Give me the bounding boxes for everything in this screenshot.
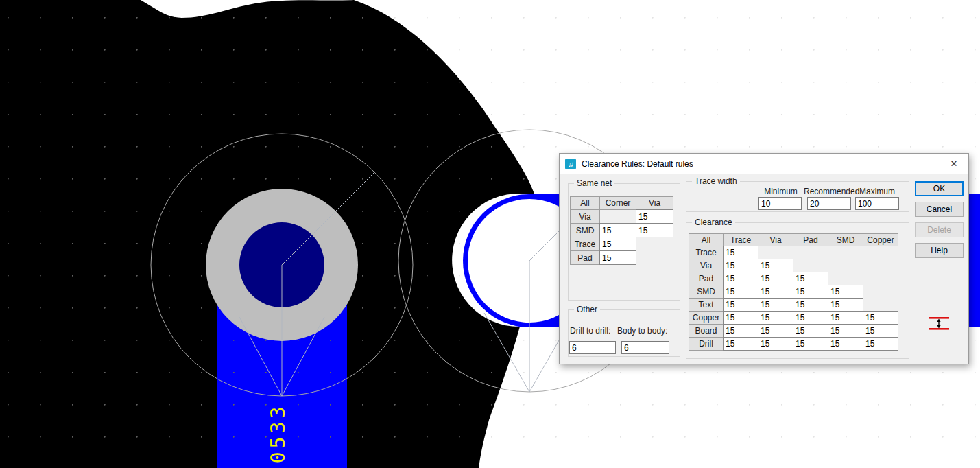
clearance-cell-copper-trace[interactable]: 15 [723, 311, 758, 325]
clearance-grid: AllTraceViaPadSMDCopperTrace15Via1515Pad… [689, 233, 898, 351]
dialog-title: Clearance Rules: Default rules [582, 159, 693, 169]
clearance-row-smd[interactable]: SMD [689, 285, 724, 299]
dialog-titlebar[interactable]: ♫ Clearance Rules: Default rules ✕ [560, 154, 968, 174]
clearance-rules-dialog: ♫ Clearance Rules: Default rules ✕ Same … [559, 153, 969, 364]
trace-width-minimum-input[interactable] [758, 197, 802, 210]
clearance-indicator-icon [928, 316, 950, 331]
close-icon[interactable]: ✕ [945, 156, 963, 172]
clearance-empty-cell [758, 246, 793, 259]
same-net-cell-via-via[interactable]: 15 [636, 209, 673, 224]
clearance-row-pad[interactable]: Pad [689, 272, 724, 285]
clearance-cell-drill-via[interactable]: 15 [758, 337, 793, 351]
same-net-header-via[interactable]: Via [636, 196, 673, 210]
same-net-group-label: Same net [574, 178, 614, 188]
app-icon: ♫ [565, 159, 576, 169]
clearance-cell-text-trace[interactable]: 15 [723, 298, 758, 312]
clearance-cell-drill-trace[interactable]: 15 [723, 337, 758, 351]
clearance-cell-copper-copper[interactable]: 15 [863, 311, 898, 325]
clearance-cell-board-via[interactable]: 15 [758, 324, 793, 338]
silkscreen-designator: 00533 [267, 403, 289, 468]
clearance-cell-smd-via[interactable]: 15 [758, 285, 793, 299]
clearance-empty-cell [863, 259, 898, 272]
other-group-label: Other [574, 305, 600, 314]
same-net-row-pad[interactable]: Pad [570, 250, 600, 265]
clearance-empty-cell [863, 272, 898, 285]
clearance-cell-text-via[interactable]: 15 [758, 298, 793, 312]
clearance-empty-cell [828, 272, 863, 285]
drill-to-drill-input[interactable] [569, 341, 616, 354]
same-net-empty-cell [636, 237, 673, 251]
clearance-row-board[interactable]: Board [689, 324, 724, 338]
cancel-button[interactable]: Cancel [915, 202, 964, 217]
same-net-cell-smd-via[interactable]: 15 [636, 223, 673, 237]
clearance-cell-trace-trace[interactable]: 15 [723, 246, 758, 259]
help-button[interactable]: Help [915, 243, 964, 258]
clearance-header-pad[interactable]: Pad [793, 233, 828, 246]
same-net-cell-pad-corner[interactable]: 15 [599, 250, 636, 265]
clearance-cell-drill-pad[interactable]: 15 [793, 337, 828, 351]
clearance-header-trace[interactable]: Trace [723, 233, 758, 246]
clearance-cell-board-smd[interactable]: 15 [828, 324, 863, 338]
clearance-empty-cell [828, 246, 863, 259]
clearance-header-smd[interactable]: SMD [828, 233, 863, 246]
clearance-row-via[interactable]: Via [689, 259, 724, 272]
clearance-cell-board-trace[interactable]: 15 [723, 324, 758, 338]
same-net-row-trace[interactable]: Trace [570, 237, 600, 251]
trace-width-minimum-label: Minimum [759, 187, 802, 196]
clearance-row-copper[interactable]: Copper [689, 311, 724, 325]
clearance-cell-text-smd[interactable]: 15 [828, 298, 863, 312]
delete-button[interactable]: Delete [915, 222, 964, 237]
body-to-body-label: Body to body: [617, 326, 667, 336]
same-net-header-all[interactable]: All [570, 196, 600, 210]
ok-button[interactable]: OK [915, 181, 964, 196]
clearance-cell-via-trace[interactable]: 15 [723, 259, 758, 272]
clearance-cell-smd-pad[interactable]: 15 [793, 285, 828, 299]
clearance-empty-cell [863, 246, 898, 259]
drill-to-drill-label: Drill to drill: [570, 326, 610, 336]
clearance-empty-cell [793, 259, 828, 272]
clearance-group-label: Clearance [692, 218, 735, 227]
same-net-empty-cell [636, 251, 673, 265]
trace-width-group-label: Trace width [692, 176, 740, 186]
clearance-cell-text-pad[interactable]: 15 [793, 298, 828, 312]
clearance-empty-cell [828, 259, 863, 272]
clearance-cell-drill-copper[interactable]: 15 [863, 337, 898, 351]
trace-width-maximum-input[interactable] [855, 197, 899, 210]
same-net-row-via[interactable]: Via [570, 209, 600, 224]
clearance-cell-copper-via[interactable]: 15 [758, 311, 793, 325]
pcb-editor-stage: 00533 ♫ Clearance Rules: Default rules ✕… [0, 0, 980, 468]
clearance-cell-smd-smd[interactable]: 15 [828, 285, 863, 299]
same-net-cell-trace-corner[interactable]: 15 [599, 237, 636, 251]
clearance-cell-drill-smd[interactable]: 15 [828, 337, 863, 351]
clearance-empty-cell [863, 299, 898, 312]
clearance-row-text[interactable]: Text [689, 298, 724, 312]
clearance-header-copper[interactable]: Copper [863, 233, 898, 246]
clearance-cell-smd-trace[interactable]: 15 [723, 285, 758, 299]
same-net-header-corner[interactable]: Corner [599, 196, 636, 210]
clearance-cell-pad-trace[interactable]: 15 [723, 272, 758, 285]
clearance-row-drill[interactable]: Drill [689, 337, 724, 351]
clearance-empty-cell [793, 246, 828, 259]
clearance-cell-via-via[interactable]: 15 [758, 259, 793, 272]
clearance-row-trace[interactable]: Trace [689, 246, 724, 259]
clearance-cell-copper-smd[interactable]: 15 [828, 311, 863, 325]
clearance-header-all[interactable]: All [689, 233, 724, 246]
clearance-cell-pad-via[interactable]: 15 [758, 272, 793, 285]
same-net-grid: AllCornerViaVia15SMD1515Trace15Pad15 [570, 196, 673, 265]
trace-width-maximum-label: Maximum [855, 187, 899, 196]
trace-width-recommended-input[interactable] [807, 197, 851, 210]
clearance-cell-board-pad[interactable]: 15 [793, 324, 828, 338]
trace-width-recommended-label: Recommended [804, 187, 856, 196]
same-net-empty-cell [600, 210, 636, 224]
same-net-row-smd[interactable]: SMD [570, 223, 600, 237]
clearance-header-via[interactable]: Via [758, 233, 793, 246]
clearance-cell-pad-pad[interactable]: 15 [793, 272, 828, 285]
body-to-body-input[interactable] [621, 341, 669, 354]
clearance-cell-copper-pad[interactable]: 15 [793, 311, 828, 325]
same-net-cell-smd-corner[interactable]: 15 [599, 223, 636, 237]
clearance-cell-board-copper[interactable]: 15 [863, 324, 898, 338]
clearance-empty-cell [863, 285, 898, 299]
